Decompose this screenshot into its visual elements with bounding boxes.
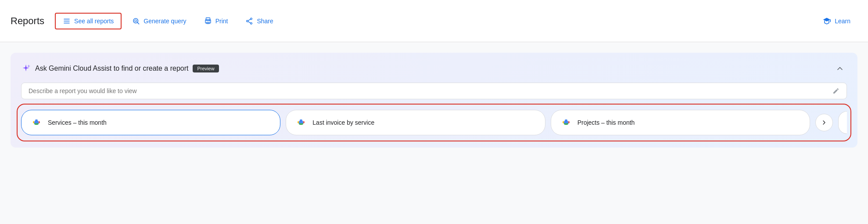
svg-line-14 — [248, 21, 251, 22]
collapse-button[interactable] — [833, 61, 847, 76]
partial-suggestion-button — [838, 111, 847, 134]
svg-rect-20 — [565, 119, 567, 121]
suggestions-row: Services – this month Last invoice by se… — [21, 108, 847, 137]
gemini-title-row: Ask Gemini Cloud Assist to find or creat… — [21, 64, 219, 73]
svg-rect-19 — [300, 119, 302, 121]
see-all-reports-button[interactable]: See all reports — [55, 13, 122, 29]
graduation-cap-icon — [822, 17, 831, 25]
suggestion-last-invoice-label: Last invoice by service — [312, 119, 374, 126]
learn-label: Learn — [835, 18, 850, 25]
svg-line-4 — [138, 22, 139, 24]
list-icon — [63, 17, 71, 25]
gcp-logo-icon-2 — [295, 116, 307, 129]
gemini-header: Ask Gemini Cloud Assist to find or creat… — [21, 61, 847, 76]
suggestion-projects-this-month[interactable]: Projects – this month — [551, 110, 810, 135]
gemini-title: Ask Gemini Cloud Assist to find or creat… — [35, 65, 188, 72]
gcp-logo-icon-3 — [560, 116, 572, 129]
svg-point-5 — [135, 20, 137, 22]
print-button[interactable]: Print — [197, 14, 235, 29]
gcp-logo-icon — [30, 116, 43, 129]
chevron-up-icon — [836, 64, 844, 73]
see-all-reports-label: See all reports — [74, 18, 114, 25]
report-search-input[interactable] — [29, 87, 832, 94]
suggestion-services-this-month[interactable]: Services – this month — [21, 110, 280, 135]
svg-rect-18 — [35, 119, 37, 121]
suggestion-services-this-month-label: Services – this month — [48, 119, 107, 126]
share-button[interactable]: Share — [238, 14, 280, 29]
svg-rect-1 — [64, 21, 70, 22]
sparkle-icon — [21, 64, 31, 73]
svg-point-10 — [251, 18, 252, 19]
svg-point-9 — [209, 21, 210, 22]
svg-rect-0 — [64, 18, 70, 19]
gemini-panel: Ask Gemini Cloud Assist to find or creat… — [11, 53, 857, 148]
preview-badge: Preview — [193, 65, 219, 72]
learn-button[interactable]: Learn — [815, 13, 857, 29]
chevron-right-icon — [821, 119, 828, 126]
generate-query-label: Generate query — [143, 18, 186, 25]
share-label: Share — [257, 18, 273, 25]
share-icon — [245, 17, 253, 25]
main-content: Ask Gemini Cloud Assist to find or creat… — [0, 42, 868, 148]
svg-point-12 — [247, 20, 248, 22]
suggestion-last-invoice-by-service[interactable]: Last invoice by service — [286, 110, 545, 135]
suggestions-next-button[interactable] — [815, 114, 833, 131]
print-icon — [204, 17, 212, 25]
suggestion-projects-this-month-label: Projects – this month — [577, 119, 635, 126]
print-label: Print — [215, 18, 228, 25]
page-title: Reports — [11, 15, 44, 27]
svg-point-11 — [251, 22, 252, 24]
search-box — [21, 83, 847, 99]
search-circle-icon — [132, 17, 140, 25]
svg-line-13 — [248, 19, 251, 20]
top-bar: Reports See all reports Generate query P… — [0, 0, 868, 42]
svg-marker-15 — [823, 18, 831, 21]
svg-rect-2 — [64, 22, 70, 23]
edit-icon — [832, 87, 839, 94]
generate-query-button[interactable]: Generate query — [125, 14, 193, 29]
